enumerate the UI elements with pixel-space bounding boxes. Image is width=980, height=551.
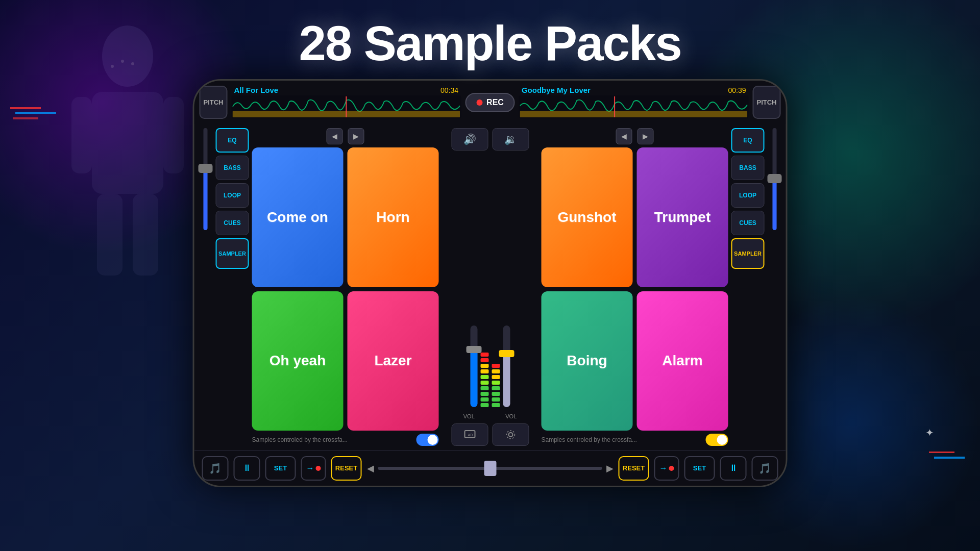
left-waveform-display[interactable]	[232, 95, 461, 118]
right-pause-button[interactable]: ⏸	[720, 456, 747, 481]
left-pitch-button[interactable]: PITCH	[200, 86, 228, 119]
left-arrow-dot-button[interactable]: →	[301, 456, 326, 481]
gear-icon	[504, 429, 517, 441]
right-toggle-knob	[717, 435, 727, 445]
mixer-vol-buttons: 🔊 🔉	[443, 128, 537, 151]
left-waveform-track: All For Love 00:34	[232, 86, 461, 119]
left-fader-track[interactable]	[204, 128, 208, 230]
left-fader-handle[interactable]	[199, 164, 213, 173]
left-bass-button[interactable]: BASS	[216, 156, 249, 180]
right-set-button[interactable]: SET	[684, 456, 715, 481]
svg-rect-13	[934, 457, 965, 459]
left-deck: EQ BASS LOOP CUES SAMPLER ◀ ▶ Come on	[199, 128, 439, 446]
crossfader-right-arrow[interactable]: ▶	[606, 463, 614, 474]
left-track-header: All For Love 00:34	[232, 86, 461, 94]
crossfader-track[interactable]	[378, 467, 602, 470]
left-cues-button[interactable]: CUES	[216, 211, 249, 235]
mixer-ad-button[interactable]: AD	[451, 423, 488, 446]
svg-point-21	[506, 431, 514, 439]
glitch-left	[10, 102, 61, 133]
pad-lazer[interactable]: Lazer	[348, 291, 439, 431]
svg-point-20	[508, 433, 512, 437]
left-track-name: All For Love	[234, 86, 279, 94]
tv-icon: AD	[463, 429, 476, 441]
pad-oh-yeah[interactable]: Oh yeah	[252, 291, 344, 431]
svg-rect-1	[92, 92, 163, 194]
glitch-right	[929, 449, 970, 474]
right-vol-label: VOL	[505, 413, 517, 419]
left-track-time: 00:34	[440, 86, 458, 94]
right-fader-track[interactable]	[773, 128, 777, 230]
mixer-bottom-buttons: AD	[443, 423, 537, 446]
left-deck-controls: EQ BASS LOOP CUES SAMPLER	[216, 128, 249, 446]
right-nav-prev[interactable]: ◀	[616, 128, 632, 144]
pad-gunshot[interactable]: Gunshot	[542, 147, 633, 287]
right-sampler-toggle[interactable]	[706, 434, 728, 446]
right-fader-handle[interactable]	[768, 174, 782, 183]
right-add-music-button[interactable]: 🎵	[752, 456, 778, 481]
right-channel-fader-track[interactable]	[503, 325, 510, 407]
right-pitch-button[interactable]: PITCH	[753, 86, 781, 119]
left-sampler-button[interactable]: SAMPLER	[216, 238, 249, 269]
right-bass-button[interactable]: BASS	[731, 156, 765, 180]
right-waveform-display[interactable]	[519, 95, 749, 118]
left-pause-button[interactable]: ⏸	[234, 456, 260, 481]
left-channel-fader-handle[interactable]	[466, 346, 481, 353]
right-vol-down-button[interactable]: 🔉	[492, 128, 529, 151]
right-arrow-dot-button[interactable]: →	[654, 456, 679, 481]
crossfader-left-arrow[interactable]: ◀	[367, 463, 374, 474]
vol-up-icon: 🔊	[463, 133, 476, 145]
left-sampler-footer: Samples controled by the crossfa...	[252, 434, 439, 446]
left-loop-button[interactable]: LOOP	[216, 183, 249, 208]
right-waveform-track: Goodbye My Lover 00:39	[519, 86, 749, 119]
pause-icon-left: ⏸	[242, 463, 252, 473]
right-sampler-footer: Samples controled by the crossfa...	[542, 434, 728, 446]
left-pads-grid: Come on Horn Oh yeah Lazer	[252, 147, 439, 431]
right-nav-next[interactable]: ▶	[638, 128, 654, 144]
rec-button[interactable]: REC	[465, 93, 515, 112]
right-track-name: Goodbye My Lover	[522, 86, 591, 94]
pause-icon-right: ⏸	[729, 463, 738, 473]
right-arrow-icon: →	[659, 464, 668, 473]
right-loop-button[interactable]: LOOP	[731, 183, 765, 208]
right-deck-controls: EQ BASS LOOP CUES SAMPLER	[731, 128, 765, 446]
left-nav-next[interactable]: ▶	[348, 128, 364, 144]
svg-rect-4	[97, 194, 122, 276]
right-sampler-area: ◀ ▶ Gunshot Trumpet Boing	[542, 128, 728, 446]
left-add-music-button[interactable]: 🎵	[202, 456, 229, 481]
pad-come-on[interactable]: Come on	[252, 147, 344, 287]
add-music-icon-right: 🎵	[758, 462, 771, 474]
right-channel-fader-handle[interactable]	[499, 350, 514, 357]
left-channel-fader-track[interactable]	[470, 325, 477, 407]
left-reset-button[interactable]: RESET	[331, 456, 362, 481]
right-pad-nav: ◀ ▶	[542, 128, 728, 144]
left-nav-prev[interactable]: ◀	[327, 128, 343, 144]
crossfader-knob[interactable]	[484, 461, 496, 476]
right-reset-button[interactable]: RESET	[619, 456, 649, 481]
right-cue-dot	[669, 466, 674, 471]
vol-down-icon: 🔉	[504, 133, 517, 145]
right-eq-button[interactable]: EQ	[731, 128, 765, 153]
dj-app: PITCH All For Love 00:34	[194, 81, 786, 486]
right-cues-button[interactable]: CUES	[731, 211, 765, 235]
left-set-button[interactable]: SET	[265, 456, 296, 481]
rec-dot	[476, 99, 482, 106]
left-eq-button[interactable]: EQ	[216, 128, 249, 153]
crossfader-area: ◀ ▶	[367, 463, 614, 474]
pad-horn[interactable]: Horn	[348, 147, 439, 287]
mixer-settings-button[interactable]	[492, 423, 529, 446]
left-pad-nav: ◀ ▶	[252, 128, 439, 144]
pad-alarm[interactable]: Alarm	[637, 291, 728, 431]
left-sampler-toggle[interactable]	[416, 434, 439, 446]
svg-rect-9	[10, 107, 41, 109]
left-sampler-area: ◀ ▶ Come on Horn Oh yeah	[252, 128, 439, 446]
right-deck: ◀ ▶ Gunshot Trumpet Boing	[542, 128, 782, 446]
main-section: EQ BASS LOOP CUES SAMPLER ◀ ▶ Come on	[194, 124, 786, 450]
rec-label: REC	[486, 98, 504, 107]
left-vol-up-button[interactable]: 🔊	[451, 128, 488, 151]
mixer-faders	[443, 155, 537, 409]
right-track-time: 00:39	[728, 86, 746, 94]
pad-boing[interactable]: Boing	[542, 291, 633, 431]
pad-trumpet[interactable]: Trumpet	[637, 147, 728, 287]
right-sampler-button[interactable]: SAMPLER	[731, 238, 765, 269]
